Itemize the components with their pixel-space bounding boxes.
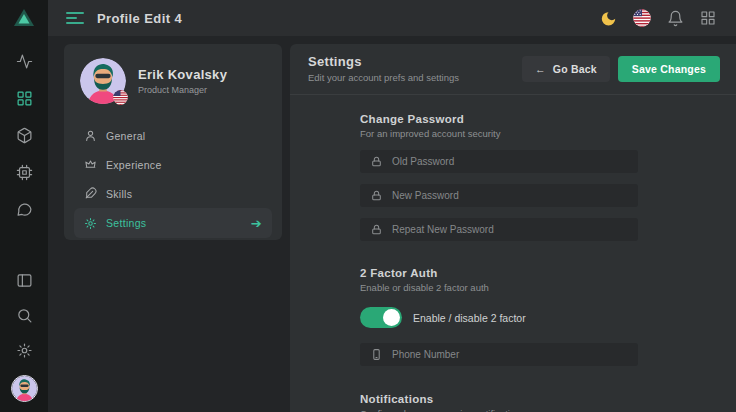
lock-icon [370, 189, 383, 202]
smartphone-icon [370, 348, 383, 361]
profile-card: Erik Kovalsky Product Manager General Ex… [64, 44, 282, 240]
bell-icon[interactable] [667, 10, 684, 27]
new-password-input[interactable] [392, 190, 628, 201]
us-flag-icon[interactable] [633, 9, 651, 27]
two-factor-toggle-row: Enable / disable 2 factor [360, 307, 736, 328]
phone-number-input[interactable] [392, 349, 628, 360]
us-flag-badge-icon [113, 90, 128, 105]
icon-rail [0, 0, 48, 412]
menu-item-settings[interactable]: Settings ➔ [74, 208, 272, 238]
repeat-password-input[interactable] [392, 224, 628, 235]
old-password-field[interactable] [360, 150, 638, 173]
cpu-icon[interactable] [14, 162, 34, 182]
save-changes-label: Save Changes [632, 63, 706, 75]
settings-panel: Settings Edit your account prefs and set… [290, 44, 736, 412]
gear-icon[interactable] [14, 340, 34, 360]
menu-item-skills[interactable]: Skills [74, 179, 272, 208]
rail-nav-bottom [11, 270, 38, 402]
settings-heading: Settings Edit your account prefs and set… [308, 54, 459, 83]
two-factor-section: 2 Factor Auth Enable or disable 2 factor… [360, 267, 736, 366]
settings-subtitle: Edit your account prefs and settings [308, 72, 459, 83]
old-password-input[interactable] [392, 156, 628, 167]
feather-icon [84, 187, 97, 200]
arrow-right-icon: ➔ [251, 217, 262, 230]
gear-icon [84, 217, 97, 230]
change-password-subtitle: For an improved account security [360, 128, 736, 139]
menu-item-experience[interactable]: Experience [74, 150, 272, 179]
profile-role: Product Manager [138, 85, 227, 95]
change-password-title: Change Password [360, 113, 736, 125]
menu-icon[interactable] [66, 12, 84, 24]
notifications-subtitle: Configure how you receive notifications [360, 408, 736, 412]
rail-nav-top [14, 51, 34, 219]
app-logo [0, 0, 48, 36]
repeat-password-field[interactable] [360, 218, 638, 241]
user-avatar[interactable] [11, 375, 38, 402]
user-icon [84, 129, 97, 142]
two-factor-subtitle: Enable or disable 2 factor auth [360, 282, 736, 293]
go-back-button[interactable]: ← Go Back [522, 56, 610, 82]
two-factor-toggle-label: Enable / disable 2 factor [413, 312, 526, 324]
dashboard-grid-icon[interactable] [14, 88, 34, 108]
profile-menu: General Experience Skills Settings ➔ [74, 121, 272, 238]
two-factor-title: 2 Factor Auth [360, 267, 736, 279]
change-password-section: Change Password For an improved account … [360, 113, 736, 241]
search-icon[interactable] [14, 305, 34, 325]
menu-item-label: Skills [106, 188, 132, 200]
profile-avatar [80, 58, 126, 104]
notifications-section: Notifications Configure how you receive … [360, 393, 736, 412]
new-password-field[interactable] [360, 184, 638, 207]
panel-layout-icon[interactable] [14, 270, 34, 290]
moon-icon[interactable] [600, 10, 617, 27]
lock-icon [370, 155, 383, 168]
topbar-actions [600, 9, 716, 27]
profile-name: Erik Kovalsky [138, 67, 227, 82]
profile-card-header: Erik Kovalsky Product Manager [74, 58, 272, 104]
lock-icon [370, 223, 383, 236]
profile-identity: Erik Kovalsky Product Manager [138, 67, 227, 95]
triangle-logo-icon [12, 6, 36, 30]
two-factor-toggle[interactable] [360, 307, 402, 328]
apps-grid-icon[interactable] [700, 10, 716, 26]
crown-icon [84, 158, 97, 171]
page-title: Profile Edit 4 [97, 11, 182, 26]
chat-icon[interactable] [14, 199, 34, 219]
topbar: Profile Edit 4 [48, 0, 736, 36]
settings-actions: ← Go Back Save Changes [522, 56, 720, 82]
box-icon[interactable] [14, 125, 34, 145]
menu-item-general[interactable]: General [74, 121, 272, 150]
settings-body: Change Password For an improved account … [290, 95, 736, 412]
menu-item-label: Settings [106, 217, 146, 229]
settings-title: Settings [308, 54, 459, 69]
menu-item-label: Experience [106, 159, 162, 171]
save-changes-button[interactable]: Save Changes [618, 56, 720, 82]
notifications-title: Notifications [360, 393, 736, 405]
phone-number-field[interactable] [360, 343, 638, 366]
menu-item-label: General [106, 130, 145, 142]
settings-panel-header: Settings Edit your account prefs and set… [290, 44, 736, 95]
arrow-left-icon: ← [535, 63, 546, 75]
go-back-label: Go Back [553, 63, 597, 75]
activity-icon[interactable] [14, 51, 34, 71]
